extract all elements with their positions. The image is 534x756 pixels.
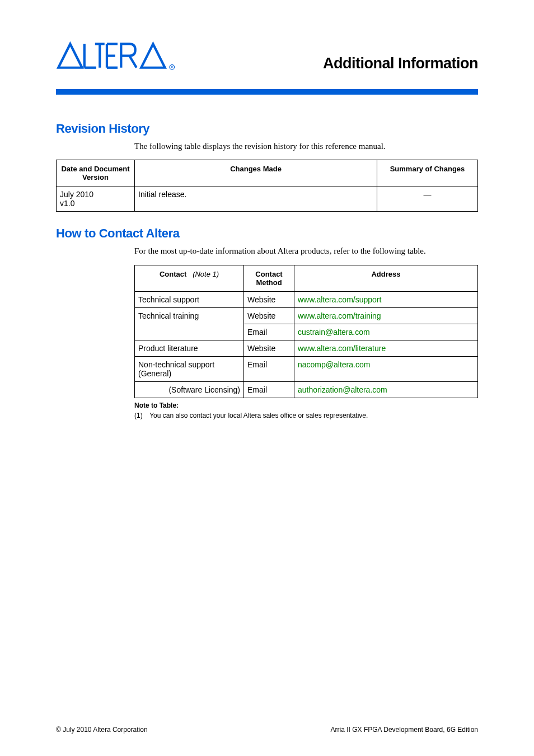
contact-cell-address[interactable]: www.altera.com/support xyxy=(294,291,478,307)
svg-marker-0 xyxy=(58,44,82,67)
contact-cell-name: Non-technical support (General) xyxy=(135,356,244,381)
page-footer: © July 2010 Altera Corporation Arria II … xyxy=(56,726,478,734)
rev-cell-date: July 2010 v1.0 xyxy=(57,186,135,212)
contact-th-address: Address xyxy=(294,265,478,291)
rev-th-changes: Changes Made xyxy=(135,160,377,186)
rev-date: July 2010 xyxy=(60,190,131,199)
contact-cell-method: Website xyxy=(244,291,294,307)
note-number: (1) xyxy=(134,412,148,419)
table-row: (Software Licensing)Emailauthorization@a… xyxy=(135,381,478,398)
table-note-heading: Note to Table: xyxy=(134,402,478,409)
altera-logo: R xyxy=(56,39,179,72)
table-row: July 2010 v1.0 Initial release. — xyxy=(57,186,478,212)
rev-th-summary: Summary of Changes xyxy=(377,160,478,186)
section-heading-revision: Revision History xyxy=(56,122,478,136)
table-header-row: Date and Document Version Changes Made S… xyxy=(57,160,478,186)
rev-cell-changes: Initial release. xyxy=(135,186,377,212)
section-heading-contact: How to Contact Altera xyxy=(56,226,478,241)
revision-table: Date and Document Version Changes Made S… xyxy=(56,160,478,212)
header-row: R Additional Information xyxy=(56,39,478,72)
note-text: You can also contact your local Altera s… xyxy=(149,412,368,419)
rev-th-date: Date and Document Version xyxy=(57,160,135,186)
document-page: R Additional Information Revision Histor… xyxy=(0,0,534,756)
contact-cell-name: Technical support xyxy=(135,291,244,307)
contact-cell-address[interactable]: authorization@altera.com xyxy=(294,381,478,398)
contact-cell-method: Website xyxy=(244,340,294,356)
table-row: Product literatureWebsitewww.altera.com/… xyxy=(135,340,478,356)
contact-th-note: (Note 1) xyxy=(193,270,219,278)
footer-right: Arria II GX FPGA Development Board, 6G E… xyxy=(331,726,478,734)
header-rule xyxy=(56,89,478,95)
page-title: Additional Information xyxy=(323,55,478,72)
table-note-body: (1) You can also contact your local Alte… xyxy=(134,412,478,419)
table-row: Non-technical support (General)Emailnaco… xyxy=(135,356,478,381)
contact-cell-name: Product literature xyxy=(135,340,244,356)
svg-marker-9 xyxy=(141,44,165,67)
contact-cell-address[interactable]: www.altera.com/training xyxy=(294,307,478,324)
rev-version: v1.0 xyxy=(60,199,131,208)
contact-th-contact: Contact (Note 1) xyxy=(135,265,244,291)
svg-text:R: R xyxy=(171,66,173,69)
contact-block: Contact (Note 1) Contact Method Address … xyxy=(134,265,478,419)
table-row: Technical supportWebsitewww.altera.com/s… xyxy=(135,291,478,307)
table-row: Technical trainingWebsitewww.altera.com/… xyxy=(135,307,478,324)
contact-cell-name: (Software Licensing) xyxy=(135,381,244,398)
contact-cell-address[interactable]: custrain@altera.com xyxy=(294,324,478,340)
rev-cell-summary: — xyxy=(377,186,478,212)
contact-intro: For the most up-to-date information abou… xyxy=(134,245,478,256)
contact-cell-name: Technical training xyxy=(135,307,244,340)
revision-intro: The following table displays the revisio… xyxy=(134,141,478,152)
contact-table: Contact (Note 1) Contact Method Address … xyxy=(134,265,478,398)
footer-left: © July 2010 Altera Corporation xyxy=(56,726,148,734)
table-header-row: Contact (Note 1) Contact Method Address xyxy=(135,265,478,291)
svg-rect-3 xyxy=(99,44,101,67)
contact-cell-method: Email xyxy=(244,324,294,340)
contact-cell-method: Email xyxy=(244,356,294,381)
contact-cell-method: Email xyxy=(244,381,294,398)
contact-cell-address[interactable]: www.altera.com/literature xyxy=(294,340,478,356)
contact-cell-method: Website xyxy=(244,307,294,324)
contact-th-label: Contact xyxy=(160,270,186,278)
contact-cell-address[interactable]: nacomp@altera.com xyxy=(294,356,478,381)
contact-th-method: Contact Method xyxy=(244,265,294,291)
